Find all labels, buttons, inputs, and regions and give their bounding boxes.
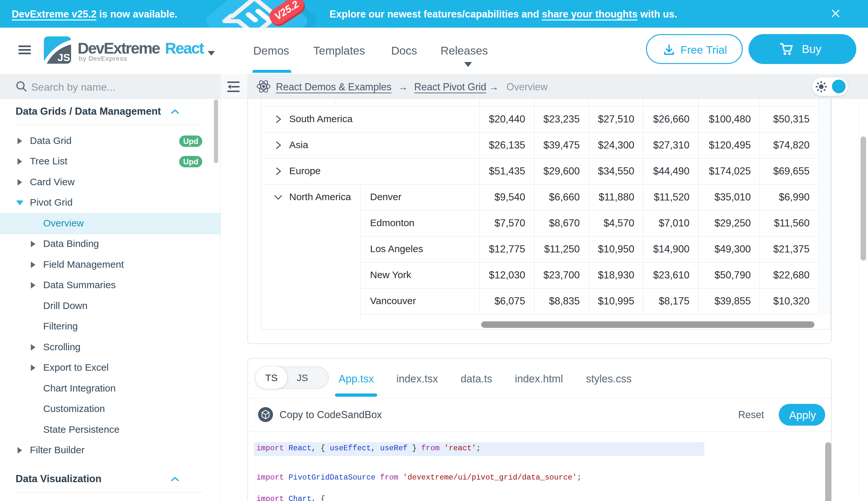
svg-text:JS: JS	[57, 52, 70, 63]
